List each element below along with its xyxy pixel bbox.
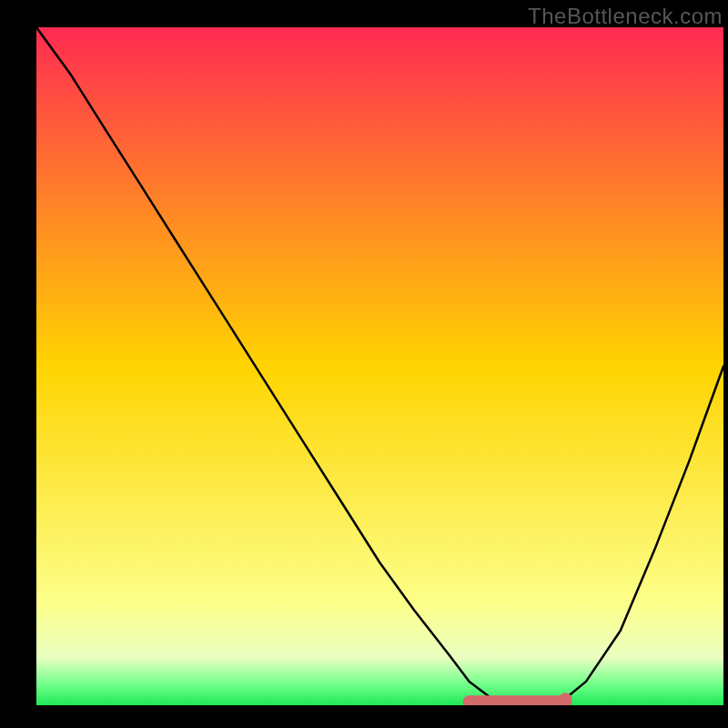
chart-plot-area bbox=[36, 27, 723, 705]
curve-optimal-end-marker bbox=[559, 693, 571, 705]
bottleneck-chart bbox=[0, 0, 728, 728]
watermark: TheBottleneck.com bbox=[528, 4, 723, 29]
